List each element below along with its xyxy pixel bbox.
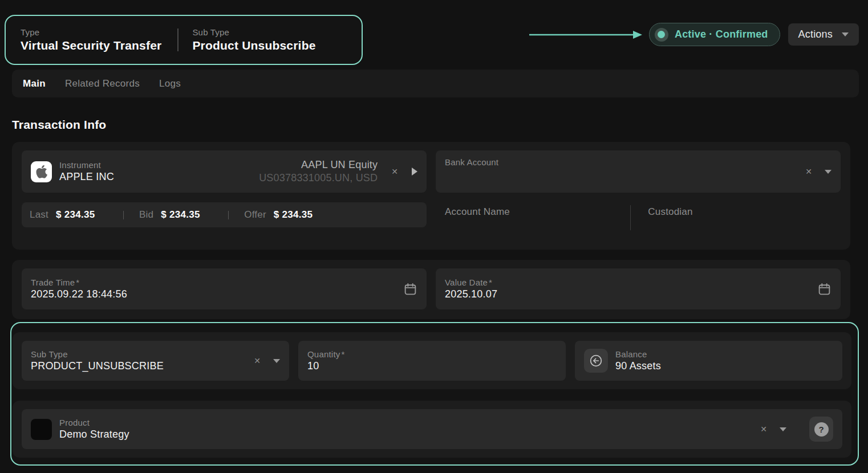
trade-time-field[interactable]: Trade Time* 2025.09.22 18:44:56 bbox=[22, 268, 427, 309]
trade-time-value: 2025.09.22 18:44:56 bbox=[31, 288, 127, 300]
last-price: Last $ 234.35 bbox=[30, 209, 95, 221]
quantity-field[interactable]: Quantity* 10 bbox=[298, 341, 566, 381]
value-date-field[interactable]: Value Date* 2025.10.07 bbox=[436, 268, 841, 309]
subtype-value: Product Unsubscribe bbox=[192, 39, 315, 52]
price-divider bbox=[123, 211, 124, 219]
price-divider bbox=[228, 211, 229, 219]
bank-account-clear-icon[interactable]: ✕ bbox=[805, 168, 812, 176]
chevron-down-icon bbox=[842, 32, 849, 36]
section-title: Transaction Info bbox=[12, 118, 868, 132]
subtype-group: Sub Type Product Unsubscribe bbox=[192, 27, 315, 52]
header-right-group: Active · Confirmed Actions bbox=[528, 23, 859, 46]
offer-price: Offer $ 234.35 bbox=[244, 209, 313, 221]
product-clear-icon[interactable]: ✕ bbox=[760, 425, 767, 433]
balance-label: Balance bbox=[615, 349, 661, 359]
bank-account-dropdown-icon[interactable] bbox=[825, 170, 832, 174]
sub-type-label: Sub Type bbox=[31, 349, 164, 359]
bank-account-field[interactable]: Bank Account ✕ bbox=[436, 150, 841, 193]
quantity-value: 10 bbox=[307, 360, 345, 372]
sub-type-field[interactable]: Sub Type PRODUCT_UNSUBSCRIBE ✕ bbox=[22, 341, 289, 381]
dates-card: Trade Time* 2025.09.22 18:44:56 Value Da… bbox=[12, 260, 850, 319]
tab-main[interactable]: Main bbox=[23, 78, 46, 89]
tab-logs[interactable]: Logs bbox=[159, 78, 181, 89]
instrument-column: Instrument APPLE INC AAPL UN Equity US03… bbox=[22, 150, 427, 241]
product-icon bbox=[31, 419, 52, 440]
sub-type-value: PRODUCT_UNSUBSCRIBE bbox=[31, 360, 164, 372]
status-badge: Active · Confirmed bbox=[649, 23, 780, 46]
product-card: Product Demo Strategy ✕ ? bbox=[13, 401, 851, 458]
tab-related-records[interactable]: Related Records bbox=[65, 78, 140, 89]
bank-account-label: Bank Account bbox=[445, 157, 498, 167]
instrument-identifier: US0378331005.UN, USD bbox=[259, 172, 378, 184]
bid-price: Bid $ 234.35 bbox=[139, 209, 200, 221]
type-group: Type Virtual Security Transfer bbox=[21, 27, 161, 52]
instrument-ticker: AAPL UN Equity bbox=[259, 159, 378, 171]
product-value: Demo Strategy bbox=[59, 429, 129, 441]
type-subtype-panel: Type Virtual Security Transfer Sub Type … bbox=[5, 15, 363, 65]
tabs-bar: Main Related Records Logs bbox=[12, 70, 859, 97]
bank-column: Bank Account ✕ Account Name Custodian bbox=[436, 150, 841, 241]
instrument-clear-icon[interactable]: ✕ bbox=[391, 168, 398, 176]
help-button[interactable]: ? bbox=[809, 417, 833, 442]
sub-type-clear-icon[interactable]: ✕ bbox=[254, 357, 261, 365]
question-icon: ? bbox=[814, 422, 829, 437]
value-date-label: Value Date* bbox=[445, 278, 497, 287]
actions-button[interactable]: Actions bbox=[788, 23, 859, 46]
actions-button-label: Actions bbox=[798, 28, 833, 40]
account-custodian-row: Account Name Custodian bbox=[436, 205, 841, 238]
account-name-label: Account Name bbox=[436, 205, 630, 238]
quantity-label: Quantity* bbox=[307, 349, 345, 359]
product-dropdown-icon[interactable] bbox=[780, 427, 786, 431]
subtype-label: Sub Type bbox=[192, 27, 315, 37]
instrument-expand-icon[interactable] bbox=[412, 168, 417, 176]
custodian-label: Custodian bbox=[631, 205, 692, 238]
balance-field[interactable]: Balance 90 Assets bbox=[575, 341, 842, 381]
trade-time-label: Trade Time* bbox=[31, 278, 127, 287]
arrow-left-circle-icon bbox=[584, 349, 608, 373]
sub-type-dropdown-icon[interactable] bbox=[273, 359, 280, 363]
instrument-value: APPLE INC bbox=[59, 171, 114, 183]
product-field[interactable]: Product Demo Strategy ✕ ? bbox=[22, 409, 842, 449]
balance-value: 90 Assets bbox=[615, 360, 661, 372]
instrument-label: Instrument bbox=[59, 160, 114, 170]
type-label: Type bbox=[21, 27, 161, 37]
pointer-arrow-icon bbox=[528, 30, 642, 40]
instrument-details: AAPL UN Equity US0378331005.UN, USD bbox=[259, 159, 378, 184]
page-header: Type Virtual Security Transfer Sub Type … bbox=[0, 0, 868, 65]
price-bar: Last $ 234.35 Bid $ 234.35 Offer $ 234.3… bbox=[22, 202, 427, 227]
highlighted-group: Sub Type PRODUCT_UNSUBSCRIBE ✕ Quantity*… bbox=[10, 322, 859, 466]
apple-logo-icon bbox=[31, 161, 52, 182]
value-date-value: 2025.10.07 bbox=[445, 288, 497, 300]
status-badge-label: Active · Confirmed bbox=[675, 28, 768, 40]
instrument-bank-card: Instrument APPLE INC AAPL UN Equity US03… bbox=[12, 142, 850, 250]
status-dot-icon bbox=[655, 28, 668, 42]
type-divider bbox=[177, 28, 179, 51]
subtype-quantity-balance-card: Sub Type PRODUCT_UNSUBSCRIBE ✕ Quantity*… bbox=[13, 332, 851, 389]
instrument-field[interactable]: Instrument APPLE INC AAPL UN Equity US03… bbox=[22, 150, 427, 193]
calendar-icon[interactable] bbox=[817, 282, 832, 296]
type-value: Virtual Security Transfer bbox=[21, 39, 161, 52]
product-label: Product bbox=[59, 418, 129, 427]
calendar-icon[interactable] bbox=[403, 282, 417, 296]
